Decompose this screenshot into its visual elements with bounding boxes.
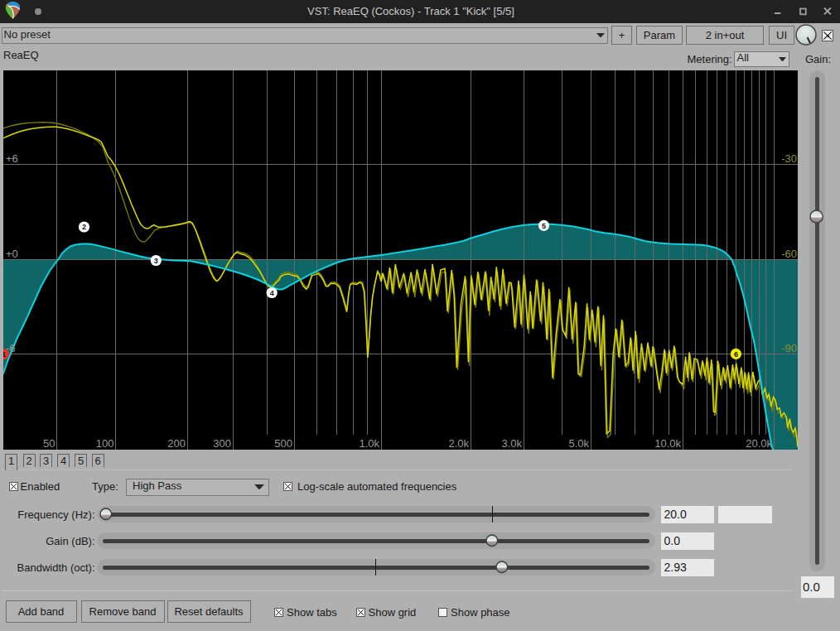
svg-text:3.0k: 3.0k <box>501 437 522 450</box>
svg-text:500: 500 <box>274 437 292 450</box>
svg-text:100: 100 <box>96 437 114 450</box>
svg-text:-60: -60 <box>781 248 797 260</box>
svg-text:2.0k: 2.0k <box>448 437 469 450</box>
svg-text:200: 200 <box>167 437 186 450</box>
svg-text:+6: +6 <box>6 152 18 165</box>
svg-text:-30: -30 <box>781 152 797 165</box>
svg-text:50: 50 <box>43 437 55 450</box>
svg-text:-90: -90 <box>781 342 797 354</box>
svg-text:300: 300 <box>213 437 231 450</box>
svg-text:5: 5 <box>542 222 546 230</box>
svg-text:+0: +0 <box>6 248 18 260</box>
svg-text:5.0k: 5.0k <box>568 437 589 450</box>
svg-text:3: 3 <box>154 257 158 265</box>
svg-text:4: 4 <box>270 289 274 297</box>
svg-text:10.0k: 10.0k <box>654 437 681 450</box>
svg-text:1.0k: 1.0k <box>359 437 379 450</box>
svg-text:2: 2 <box>82 223 86 231</box>
svg-text:20.0k: 20.0k <box>746 437 772 450</box>
svg-text:1: 1 <box>3 350 6 359</box>
svg-text:6: 6 <box>734 350 738 359</box>
